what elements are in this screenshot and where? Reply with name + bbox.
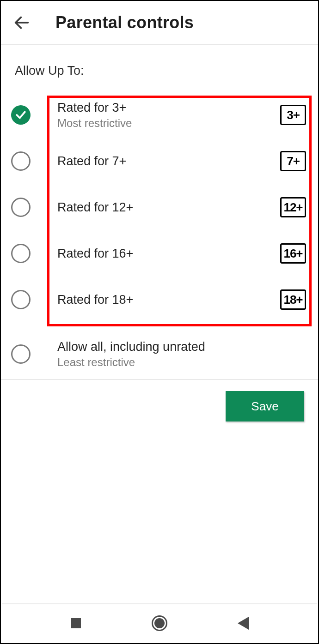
- radio-selected-icon: [11, 105, 31, 125]
- rating-option-label: Rated for 16+: [57, 247, 280, 261]
- rating-option-label: Rated for 18+: [57, 293, 280, 307]
- nav-back-icon[interactable]: [233, 614, 253, 633]
- age-badge-icon: 16+: [280, 243, 306, 264]
- save-button-area: Save: [1, 380, 318, 421]
- rating-option-labels: Rated for 3+ Most restrictive: [57, 101, 280, 130]
- age-badge-icon: 18+: [280, 289, 306, 310]
- section-allow-up-to-label: Allow Up To:: [1, 45, 318, 87]
- rating-option-labels: Rated for 12+: [57, 200, 280, 215]
- rating-option-labels: Allow all, including unrated Least restr…: [57, 340, 306, 369]
- app-header: Parental controls: [1, 1, 318, 45]
- page-title: Parental controls: [55, 13, 194, 32]
- radio-unselected-icon: [11, 290, 31, 309]
- rating-option-label: Allow all, including unrated: [57, 340, 306, 354]
- rating-option-labels: Rated for 7+: [57, 154, 280, 169]
- rating-option-label: Rated for 12+: [57, 200, 280, 215]
- rating-option-allow-all[interactable]: Allow all, including unrated Least restr…: [4, 331, 315, 377]
- radio-unselected-icon: [11, 198, 31, 217]
- rating-option-12plus[interactable]: Rated for 12+ 12+: [4, 184, 315, 230]
- ratings-list: Rated for 3+ Most restrictive 3+ Rated f…: [1, 87, 318, 377]
- android-nav-bar: [2, 603, 317, 642]
- back-arrow-icon[interactable]: [11, 12, 32, 33]
- age-badge-icon: 3+: [280, 105, 306, 125]
- age-badge-icon: 7+: [280, 151, 306, 171]
- rating-option-labels: Rated for 18+: [57, 293, 280, 307]
- rating-option-sublabel: Least restrictive: [57, 356, 306, 369]
- radio-unselected-icon: [11, 344, 31, 364]
- radio-unselected-icon: [11, 151, 31, 171]
- rating-option-label: Rated for 7+: [57, 154, 280, 169]
- rating-option-7plus[interactable]: Rated for 7+ 7+: [4, 138, 315, 184]
- rating-option-label: Rated for 3+: [57, 101, 280, 115]
- radio-unselected-icon: [11, 244, 31, 263]
- rating-option-3plus[interactable]: Rated for 3+ Most restrictive 3+: [4, 92, 315, 138]
- nav-recent-apps-icon[interactable]: [66, 614, 86, 633]
- save-button[interactable]: Save: [226, 391, 304, 421]
- age-badge-icon: 12+: [280, 197, 306, 217]
- screen-frame: Parental controls Allow Up To: Rated for…: [0, 0, 319, 644]
- rating-option-16plus[interactable]: Rated for 16+ 16+: [4, 230, 315, 277]
- rating-option-18plus[interactable]: Rated for 18+ 18+: [4, 277, 315, 323]
- rating-option-labels: Rated for 16+: [57, 247, 280, 261]
- rating-option-sublabel: Most restrictive: [57, 117, 280, 130]
- nav-home-icon[interactable]: [150, 614, 169, 633]
